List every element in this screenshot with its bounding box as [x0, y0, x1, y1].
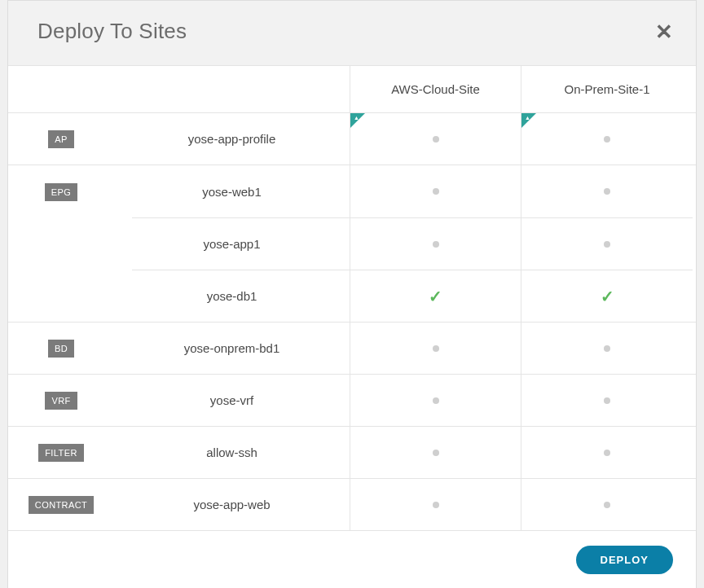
- svg-text:▲: ▲: [354, 115, 359, 121]
- type-tag-cell: EPG: [8, 165, 114, 322]
- type-badge-ap: AP: [48, 130, 73, 148]
- type-badge-contract: CONTRACT: [29, 496, 94, 514]
- status-dot-icon: [433, 345, 439, 352]
- status-dot-icon: [604, 345, 610, 352]
- site-cell[interactable]: ▲: [521, 113, 693, 165]
- status-dot-icon: [604, 136, 610, 143]
- status-dot-icon: [604, 502, 610, 508]
- table-row: yose-db1 ✓ ✓: [114, 270, 696, 322]
- site-cell[interactable]: [521, 479, 693, 530]
- table-row-group-epg: EPG yose-web1 yose-app1 yose-db1 ✓ ✓: [8, 165, 696, 323]
- object-name: yose-app-web: [114, 479, 350, 530]
- type-tag-cell: AP: [8, 113, 114, 165]
- header-empty-tag: [8, 66, 114, 112]
- site-header-label: AWS-Cloud-Site: [391, 82, 480, 96]
- status-dot-icon: [433, 136, 439, 143]
- site-cell[interactable]: [521, 323, 693, 374]
- column-header-site: AWS-Cloud-Site: [350, 66, 521, 112]
- table-header-row: AWS-Cloud-Site On-Prem-Site-1: [8, 66, 696, 113]
- status-dot-icon: [604, 397, 610, 404]
- status-dot-icon: [433, 241, 439, 248]
- table-row: VRF yose-vrf: [8, 375, 696, 427]
- status-dot-icon: [604, 450, 610, 456]
- svg-text:▲: ▲: [525, 115, 530, 121]
- site-cell[interactable]: [350, 217, 521, 270]
- dialog-title: Deploy To Sites: [37, 19, 187, 44]
- type-tag-cell: BD: [8, 323, 114, 374]
- dialog-header: Deploy To Sites ✕: [8, 1, 696, 66]
- deploy-button[interactable]: DEPLOY: [576, 546, 673, 574]
- modified-corner-icon: ▲: [521, 113, 536, 128]
- site-cell[interactable]: [350, 479, 521, 530]
- status-dot-icon: [433, 188, 439, 195]
- deploy-table: AWS-Cloud-Site On-Prem-Site-1 AP yose-ap…: [8, 66, 696, 531]
- site-cell[interactable]: [350, 165, 521, 217]
- check-icon: ✓: [429, 287, 442, 306]
- type-badge-epg: EPG: [45, 183, 77, 201]
- object-name: yose-app1: [114, 217, 350, 270]
- object-name: yose-web1: [114, 165, 350, 217]
- type-badge-vrf: VRF: [45, 392, 77, 410]
- epg-rows: yose-web1 yose-app1 yose-db1 ✓ ✓: [114, 165, 696, 322]
- dialog-footer: DEPLOY: [8, 531, 696, 588]
- close-icon[interactable]: ✕: [655, 21, 673, 42]
- header-empty-name: [114, 66, 350, 112]
- type-badge-filter: FILTER: [38, 444, 83, 462]
- table-row: BD yose-onprem-bd1: [8, 323, 696, 375]
- modified-corner-icon: ▲: [350, 113, 365, 128]
- site-cell[interactable]: [521, 375, 693, 426]
- table-row: CONTRACT yose-app-web: [8, 479, 696, 531]
- status-dot-icon: [433, 502, 439, 508]
- object-name: yose-vrf: [114, 375, 350, 426]
- site-cell[interactable]: ✓: [350, 270, 521, 322]
- status-dot-icon: [604, 241, 610, 248]
- column-header-site: On-Prem-Site-1: [521, 66, 693, 112]
- status-dot-icon: [433, 397, 439, 404]
- object-name: yose-db1: [114, 270, 350, 322]
- object-name: yose-app-profile: [114, 113, 350, 165]
- table-row: yose-web1: [114, 165, 696, 217]
- type-tag-cell: FILTER: [8, 427, 114, 478]
- site-cell[interactable]: [350, 427, 521, 478]
- site-cell[interactable]: [521, 427, 693, 478]
- site-cell[interactable]: [350, 323, 521, 374]
- site-cell[interactable]: ▲: [350, 113, 521, 165]
- object-name: yose-onprem-bd1: [114, 323, 350, 374]
- site-cell[interactable]: [350, 375, 521, 426]
- check-icon: ✓: [601, 287, 614, 306]
- object-name: allow-ssh: [114, 427, 350, 478]
- table-row: AP yose-app-profile ▲ ▲: [8, 113, 696, 165]
- table-row: FILTER allow-ssh: [8, 427, 696, 479]
- site-cell[interactable]: ✓: [521, 270, 693, 322]
- type-tag-cell: VRF: [8, 375, 114, 426]
- deploy-dialog: Deploy To Sites ✕ AWS-Cloud-Site On-Prem…: [7, 0, 697, 588]
- site-cell[interactable]: [521, 217, 693, 270]
- table-row: yose-app1: [114, 217, 696, 270]
- site-cell[interactable]: [521, 165, 693, 217]
- type-badge-bd: BD: [48, 340, 74, 358]
- status-dot-icon: [433, 450, 439, 456]
- site-header-label: On-Prem-Site-1: [564, 82, 649, 96]
- type-tag-cell: CONTRACT: [8, 479, 114, 530]
- status-dot-icon: [604, 188, 610, 195]
